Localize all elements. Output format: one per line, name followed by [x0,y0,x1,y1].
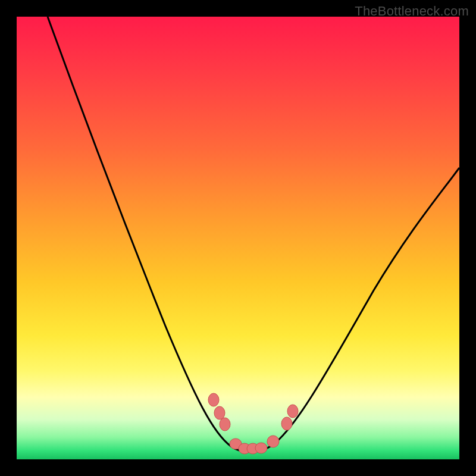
bead [267,436,279,447]
bead [287,405,298,418]
bead [220,418,230,431]
bottleneck-curve [48,17,459,452]
bead-group [208,393,298,454]
bead [208,393,219,406]
outer-frame: TheBottleneck.com [0,0,476,476]
bead [214,406,225,419]
watermark-text: TheBottleneck.com [355,4,469,19]
bead [281,417,292,430]
bead [255,443,267,453]
chart-svg [17,17,459,459]
